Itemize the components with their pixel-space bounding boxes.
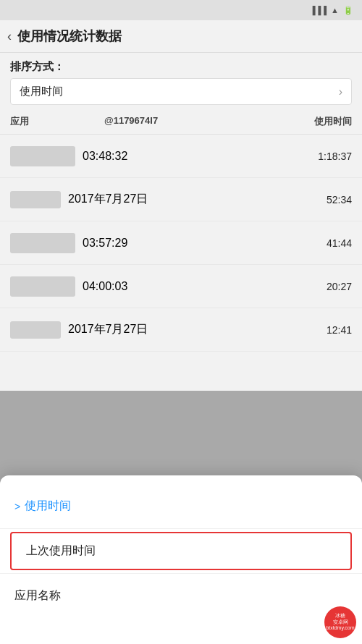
sort-dropdown-overlay[interactable]: > 使用时间 上次使用时间 应用名称	[0, 391, 362, 644]
app-list: 03:48:32 1:18:37 2017年7月27日 52:34 03:57:…	[0, 135, 362, 352]
dropdown-item-label-2: 应用名称	[14, 588, 61, 603]
app-usage-3: 41:44	[294, 237, 352, 249]
col-time-header: 使用时间	[294, 115, 352, 128]
app-row-date-4: 04:00:03	[83, 280, 127, 292]
app-row-date-2: 2017年7月27日	[68, 192, 148, 205]
dropdown-divider-1	[0, 528, 362, 529]
table-row: 03:57:29 41:44	[0, 221, 362, 265]
app-row-date-1: 03:48:32	[83, 150, 127, 162]
app-usage-1: 1:18:37	[294, 151, 352, 162]
app-usage-4: 20:27	[294, 281, 352, 292]
back-button[interactable]: ‹	[7, 29, 12, 44]
screen: ▐▐▐ ▲ 🔋 ‹ 使用情况统计数据 排序方式： 使用时间 › 应用 @1179…	[0, 0, 362, 644]
dropdown-item-label-0: 使用时间	[25, 499, 71, 514]
app-icon-2	[10, 191, 61, 208]
sort-section: 排序方式： 使用时间 ›	[0, 53, 362, 109]
dropdown-item-last-use-time[interactable]: 上次使用时间	[10, 532, 352, 570]
sort-dropdown-panel: > 使用时间 上次使用时间 应用名称	[0, 475, 362, 644]
page-title: 使用情况统计数据	[17, 27, 122, 45]
dropdown-item-use-time[interactable]: > 使用时间	[0, 487, 362, 525]
table-row: 2017年7月27日 12:41	[0, 308, 362, 352]
col-date-header: @1179674I7	[104, 115, 294, 128]
dropdown-divider-2	[0, 573, 362, 574]
table-row: 2017年7月27日 52:34	[0, 178, 362, 221]
col-app-header: 应用	[10, 115, 104, 128]
dropdown-item-app-name[interactable]: 应用名称	[0, 577, 362, 615]
app-row-date-3: 03:57:29	[83, 237, 127, 249]
watermark: 冰糖安卓网btxtdmy.com	[324, 606, 356, 638]
sort-selector-text: 使用时间	[20, 85, 63, 98]
dropdown-item-label-1: 上次使用时间	[26, 543, 96, 559]
app-icon-3	[10, 233, 75, 253]
watermark-text: 冰糖安卓网btxtdmy.com	[326, 613, 354, 631]
app-date-5: 2017年7月27日	[61, 322, 294, 337]
status-battery: 🔋	[343, 6, 353, 15]
app-usage-5: 12:41	[294, 324, 352, 336]
app-date-1: 03:48:32	[75, 150, 294, 163]
dropdown-active-arrow: >	[14, 501, 20, 512]
status-wifi: ▲	[331, 6, 339, 14]
status-bar: ▐▐▐ ▲ 🔋	[0, 0, 362, 20]
app-icon-4	[10, 276, 75, 297]
app-date-3: 03:57:29	[75, 237, 294, 250]
app-date-2: 2017年7月27日	[61, 192, 294, 207]
watermark-badge: 冰糖安卓网btxtdmy.com	[324, 606, 356, 638]
sort-selector-arrow-icon: ›	[339, 85, 342, 98]
app-row-date-5: 2017年7月27日	[68, 323, 148, 335]
app-usage-2: 52:34	[294, 194, 352, 206]
table-header: 应用 @1179674I7 使用时间	[0, 109, 362, 135]
sort-label: 排序方式：	[10, 60, 352, 74]
sort-selector[interactable]: 使用时间 ›	[10, 78, 352, 105]
table-row: 04:00:03 20:27	[0, 265, 362, 308]
app-date-4: 04:00:03	[75, 280, 294, 293]
app-icon-5	[10, 321, 61, 339]
status-signal: ▐▐▐	[310, 6, 327, 14]
table-row: 03:48:32 1:18:37	[0, 135, 362, 178]
header: ‹ 使用情况统计数据	[0, 20, 362, 53]
app-icon-1	[10, 146, 75, 166]
